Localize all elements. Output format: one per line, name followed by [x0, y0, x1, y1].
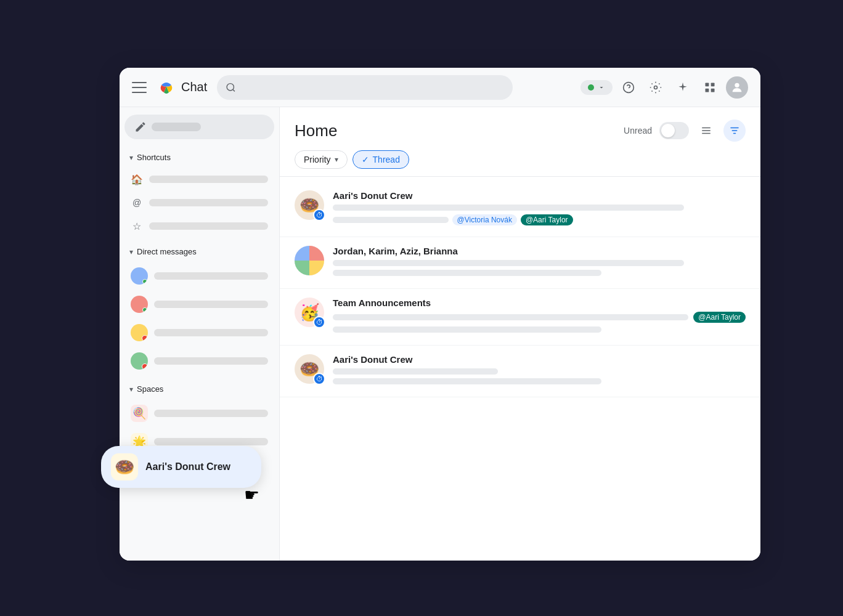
multi-grid: [295, 246, 324, 275]
user-avatar[interactable]: [726, 76, 748, 99]
sidebar-item-home[interactable]: 🏠: [124, 168, 274, 190]
online-badge: [142, 279, 147, 284]
thread-name-4: Aari's Donut Crew: [333, 354, 746, 365]
multi-cell-3: [295, 261, 309, 275]
help-icon: [622, 81, 635, 94]
thread-item-2[interactable]: Jordan, Karim, Aziz, Brianna: [280, 237, 760, 289]
list-view-button[interactable]: [696, 121, 716, 140]
dm-name-2: [154, 301, 268, 308]
thread-badge-3: ⏱: [313, 316, 325, 328]
help-button[interactable]: [617, 76, 640, 99]
gemini-button[interactable]: [672, 76, 694, 99]
svg-point-1: [227, 83, 234, 90]
compose-icon: [134, 121, 147, 133]
grid-icon: [704, 81, 716, 94]
dm-name-4: [154, 357, 268, 365]
chevron-down-icon: [598, 84, 605, 91]
thread-label: Thread: [373, 155, 400, 164]
thread-preview-4a: [333, 368, 498, 375]
dm-avatar-4: [131, 352, 148, 370]
header-top: Home Unread: [295, 120, 746, 142]
spaces-item-1[interactable]: 🍭: [124, 400, 274, 427]
dm-name-3: [154, 329, 268, 336]
starred-label: [149, 222, 268, 230]
at-icon: @: [131, 197, 143, 209]
svg-point-10: [735, 83, 739, 87]
thread-name-1: Aari's Donut Crew: [333, 190, 746, 201]
apps-button[interactable]: [699, 76, 721, 99]
thread-preview-short-1: [333, 217, 449, 223]
svg-rect-13: [702, 133, 711, 134]
thread-preview-3a: [333, 314, 688, 320]
search-bar[interactable]: [217, 75, 513, 100]
home-label: [149, 176, 268, 183]
floating-tooltip: 🍩 Aari's Donut Crew: [101, 446, 261, 488]
shortcuts-section-header[interactable]: ▾ Shortcuts: [124, 149, 274, 166]
svg-rect-8: [706, 88, 709, 92]
tooltip-name: Aari's Donut Crew: [145, 461, 230, 472]
status-dot: [588, 84, 594, 91]
thread-badge-4: ⏱: [313, 373, 325, 385]
thread-body-2: Jordan, Karim, Aziz, Brianna: [333, 246, 746, 280]
priority-label: Priority: [304, 155, 331, 164]
svg-rect-6: [706, 83, 709, 86]
tooltip-emoji: 🍩: [111, 453, 138, 480]
multi-cell-4: [309, 261, 324, 275]
svg-rect-9: [711, 88, 715, 92]
mention-aari-2: @Aari Taylor: [693, 312, 746, 323]
thread-list: 🍩 ⏱ Aari's Donut Crew @Victoria Novák @A…: [280, 177, 760, 561]
mention-victoria: @Victoria Novák: [452, 214, 517, 225]
thread-chip[interactable]: ✓ Thread: [352, 150, 409, 169]
body-layout: ▾ Shortcuts 🏠 @ ☆ ▾ Dire: [120, 107, 760, 561]
svg-rect-7: [711, 83, 715, 86]
user-icon: [730, 81, 744, 94]
chevron-icon: ▾: [129, 153, 133, 162]
header-actions: Unread: [624, 120, 746, 142]
thread-badge-1: ⏱: [313, 209, 325, 221]
filter-button[interactable]: [723, 120, 746, 142]
thread-item-1[interactable]: 🍩 ⏱ Aari's Donut Crew @Victoria Novák @A…: [280, 182, 760, 237]
thread-avatar-1: 🍩 ⏱: [295, 190, 324, 220]
hamburger-menu-icon[interactable]: [132, 82, 147, 93]
chevron-icon: ▾: [129, 248, 133, 256]
unread-toggle[interactable]: [659, 122, 689, 139]
dm-name-1: [154, 272, 268, 280]
thread-body-1: Aari's Donut Crew @Victoria Novák @Aari …: [333, 190, 746, 228]
thread-preview-4b: [333, 378, 601, 384]
cursor-hand: ☛: [244, 485, 259, 505]
filter-chips: Priority ▾ ✓ Thread: [295, 150, 746, 169]
thread-avatar-3: 🥳 ⏱: [295, 298, 324, 327]
svg-point-5: [654, 86, 658, 89]
spaces-name-2: [154, 438, 268, 445]
sparkle-icon: [677, 81, 689, 94]
settings-button[interactable]: [645, 76, 667, 99]
mention-aari-1: @Aari Taylor: [521, 214, 573, 225]
dm-item-2[interactable]: [124, 291, 274, 318]
main-content: Home Unread: [280, 107, 760, 561]
thread-item-4[interactable]: 🍩 ⏱ Aari's Donut Crew: [280, 346, 760, 397]
dm-avatar-1: [131, 267, 148, 285]
priority-chip[interactable]: Priority ▾: [295, 150, 348, 169]
spaces-section-header[interactable]: ▾ Spaces: [124, 381, 274, 397]
gear-icon: [650, 81, 662, 94]
top-bar-actions: [580, 76, 748, 99]
sidebar-item-mentions[interactable]: @: [124, 192, 274, 214]
dm-item-4[interactable]: [124, 347, 274, 375]
spaces-label: Spaces: [137, 384, 163, 394]
new-chat-label: [152, 123, 201, 131]
thread-item-3[interactable]: 🥳 ⏱ Team Announcements @Aari Taylor: [280, 289, 760, 346]
unread-label: Unread: [624, 126, 652, 136]
app-title: Chat: [181, 80, 207, 94]
status-button[interactable]: [580, 80, 613, 95]
dm-item-3[interactable]: [124, 319, 274, 346]
filter-icon: [729, 125, 740, 136]
dm-label: Direct messages: [137, 247, 197, 256]
dm-section-header[interactable]: ▾ Direct messages: [124, 243, 274, 260]
spaces-name-1: [154, 410, 268, 417]
new-chat-button[interactable]: [124, 115, 274, 139]
dm-item-1[interactable]: [124, 262, 274, 290]
sidebar-item-starred[interactable]: ☆: [124, 215, 274, 237]
thread-preview-1: [333, 205, 684, 211]
spaces-emoji-1: 🍭: [131, 405, 148, 422]
search-input[interactable]: [241, 83, 504, 92]
